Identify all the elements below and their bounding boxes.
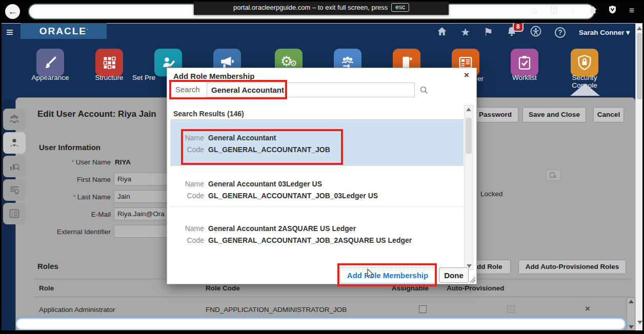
- home-icon[interactable]: [588, 6, 598, 16]
- sidebar-tab-user-accounts[interactable]: [3, 109, 26, 130]
- page-scroll-up-icon[interactable]: [637, 27, 642, 30]
- annotation-add-button-box: [337, 263, 437, 286]
- add-role-membership-dialog: Add Role Membership × Search Search Resu…: [167, 68, 477, 284]
- dialog-title: Add Role Membership: [173, 72, 254, 80]
- auto-provisioned-checkbox: [507, 305, 515, 313]
- roles-heading: Roles: [37, 262, 58, 270]
- page-scroll-down-icon[interactable]: [637, 321, 642, 324]
- results-scroll-up-icon[interactable]: [466, 108, 471, 111]
- user-name-value: RIYA: [115, 158, 131, 166]
- selected-app-pointer: [570, 84, 600, 96]
- nav-notifications-icon[interactable]: 8: [507, 26, 517, 38]
- result-name[interactable]: General Accountant 2ASQUARE US Ledger: [208, 224, 356, 233]
- column-auto-provisioned: Auto-Provisioned: [447, 284, 505, 292]
- reset-password-button[interactable]: Password: [472, 107, 518, 122]
- annotation-search-box: [169, 80, 287, 99]
- cancel-button[interactable]: Cancel: [593, 107, 624, 122]
- picker-icon[interactable]: [546, 170, 561, 181]
- bottom-clip-bar: [0, 330, 644, 334]
- partial-app-label[interactable]: er: [477, 75, 484, 82]
- structure-app-icon[interactable]: [95, 49, 123, 76]
- focused-row-highlight[interactable]: [17, 319, 625, 329]
- delete-role-icon[interactable]: ×: [585, 304, 590, 314]
- done-button[interactable]: Done: [439, 267, 469, 283]
- appearance-app-icon[interactable]: [36, 49, 64, 76]
- nav-favorites-icon[interactable]: ★: [460, 26, 470, 38]
- nav-help-icon[interactable]: ?: [555, 27, 566, 38]
- bookmark-star-icon[interactable]: ☆: [529, 6, 539, 16]
- mouse-cursor-icon: [365, 268, 375, 281]
- security-console-app-icon[interactable]: [571, 49, 598, 76]
- nav-accessibility-icon[interactable]: [530, 26, 541, 39]
- worklist-label[interactable]: Worklist: [491, 74, 558, 81]
- roles-table-scrollbar[interactable]: [627, 298, 635, 330]
- user-menu[interactable]: Sarah Conner ▾: [579, 28, 630, 36]
- result-name[interactable]: General Accountant 03Ledger US: [208, 180, 322, 188]
- page-title: Edit User Account: Riya Jain: [37, 109, 156, 119]
- results-scrollbar[interactable]: [464, 105, 473, 270]
- oracle-logo: ORACLE’: [21, 23, 107, 39]
- annotation-result-box: [181, 129, 343, 165]
- result-code[interactable]: GL_GENERAL_ACCOUNTANT_JOB_2ASQUARE US Le…: [208, 236, 412, 244]
- page-scrollbar[interactable]: [635, 24, 643, 330]
- browser-back-button[interactable]: ←: [5, 4, 20, 19]
- scroll-down-icon[interactable]: [629, 325, 634, 329]
- nav-home-icon[interactable]: [437, 27, 447, 38]
- save-and-close-button[interactable]: Save and Close: [522, 107, 586, 122]
- menu-icon[interactable]: ≡: [627, 6, 637, 16]
- search-results-header: Search Results (146): [173, 110, 244, 118]
- dialog-close-icon[interactable]: ×: [464, 70, 469, 80]
- downloads-icon[interactable]: ↓: [568, 6, 578, 16]
- add-auto-provisioned-roles-button[interactable]: Add Auto-Provisioned Roles: [518, 260, 626, 274]
- fullscreen-notification-text: portal.oracleerpguide.com – to exit full…: [233, 4, 388, 11]
- worklist-app-icon[interactable]: [511, 49, 538, 76]
- dialog-resize-grip[interactable]: [469, 277, 475, 283]
- esc-keycap: esc: [391, 3, 409, 12]
- reading-list-icon[interactable]: [549, 5, 559, 16]
- assignable-checkbox[interactable]: [419, 305, 427, 313]
- sidebar-tab-certification[interactable]: [3, 179, 26, 201]
- user-name-label: User Name: [76, 158, 111, 166]
- screenshot-root: ← ☆ ↓ ≡ portal.oracleerpguide.com – to e…: [0, 0, 644, 334]
- shield-icon[interactable]: [607, 5, 617, 16]
- caret-down-icon: ▾: [626, 29, 630, 36]
- user-information-heading: User Information: [39, 143, 100, 152]
- role-code-cell: FND_APPLICATION_ADMINISTRATOR_JOB: [206, 306, 347, 314]
- appearance-label[interactable]: Appearance: [17, 74, 84, 81]
- fullscreen-notification: portal.oracleerpguide.com – to exit full…: [194, 0, 449, 15]
- nav-flag-icon[interactable]: ⚑: [484, 26, 493, 38]
- column-role: Role: [39, 284, 54, 292]
- locked-label: Locked: [480, 190, 503, 198]
- notification-badge: 8: [513, 22, 524, 32]
- external-identifier-label: External Identifier: [57, 228, 111, 236]
- sidebar-tab-analytics[interactable]: [3, 156, 26, 177]
- sidebar-tab-list[interactable]: [3, 203, 26, 224]
- email-label: E-Mail: [91, 211, 111, 218]
- column-role-code: Role Code: [206, 284, 240, 292]
- first-name-label: First Name: [77, 176, 111, 183]
- result-code[interactable]: GL_GENERAL_ACCOUNTANT_JOB_03Ledger US: [208, 192, 378, 200]
- search-icon[interactable]: [419, 86, 429, 97]
- scroll-up-icon[interactable]: [629, 300, 634, 303]
- nav-hamburger-icon[interactable]: ≡: [6, 26, 13, 38]
- sidebar-tab-users[interactable]: [3, 132, 26, 154]
- last-name-label: Last Name: [77, 193, 111, 201]
- role-cell: Application Administrator: [39, 306, 115, 314]
